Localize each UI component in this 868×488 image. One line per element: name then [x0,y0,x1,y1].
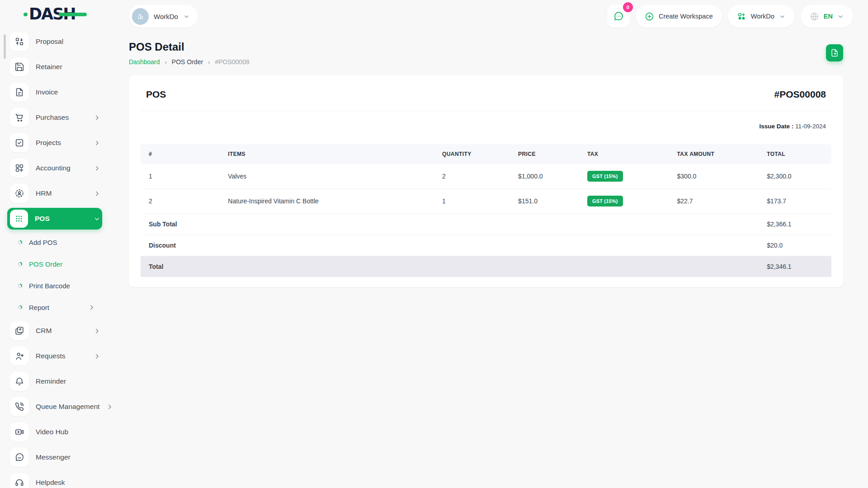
sidebar-item-crm[interactable]: CRM [7,318,102,343]
col-header-items: ITEMS [223,144,438,164]
workspace-switcher[interactable]: WorkDo [129,5,198,28]
sidebar-subitem-pos-order[interactable]: POS Order [7,253,102,275]
sidebar-item-label: Invoice [36,88,58,96]
issue-date-row: Issue Date : 11-09-2024 [141,111,831,144]
subtotal-row: Sub Total $2,366.1 [141,214,831,235]
sidebar-item-label: Purchases [36,113,69,122]
sidebar-item-requests[interactable]: Requests [7,343,102,369]
queue-management-icon [10,397,29,416]
discount-label: Discount [141,235,762,256]
messenger-icon [10,448,29,467]
breadcrumb-separator: › [165,59,167,66]
sidebar-item-queue-management[interactable]: Queue Management [7,394,102,419]
cell-item: Nature-Inspired Vitamin C Bottle [223,189,438,214]
sidebar-item-hrm[interactable]: HRM [7,181,102,206]
bullet-icon [18,240,22,244]
sidebar-item-label: Queue Management [36,403,99,411]
subtotal-value: $2,366.1 [762,214,831,235]
messages-button[interactable]: 0 [607,5,630,28]
pos-items-table: # ITEMS QUANTITY PRICE TAX TAX AMOUNT TO… [141,144,831,277]
retainer-icon [10,57,29,76]
cell-quantity: 2 [438,164,514,189]
file-export-icon [830,48,839,57]
sidebar-item-retainer[interactable]: Retainer [7,54,102,80]
logo[interactable]: DASH [0,0,108,28]
export-pos-button[interactable] [826,44,843,61]
sidebar-subitem-add-pos[interactable]: Add POS [7,231,102,253]
sidebar-item-invoice[interactable]: Invoice [7,80,102,105]
total-label: Total [141,256,762,277]
sidebar-item-label: Accounting [36,164,71,172]
app-menu-label: WorkDo [751,13,774,20]
breadcrumb: Dashboard › POS Order › #POS00008 [129,58,250,66]
subtotal-label: Sub Total [141,214,762,235]
cell-tax: GST (15%) [583,189,673,214]
cell-item: Valves [223,164,438,189]
sidebar-item-accounting[interactable]: Accounting [7,155,102,181]
sidebar-item-label: POS [35,215,50,223]
cell-total: $2,300.0 [762,164,831,189]
sidebar-item-purchases[interactable]: Purchases [7,105,102,130]
sidebar-item-pos[interactable]: POS [7,208,102,230]
col-header-index: # [141,144,223,164]
app-menu-button[interactable]: WorkDo [728,5,795,28]
logo-bar-icon [59,13,87,16]
plus-circle-icon [645,12,654,21]
sidebar-subitem-label: Print Barcode [29,282,70,290]
sidebar-subitem-print-barcode[interactable]: Print Barcode [7,275,102,296]
col-header-tax: TAX [583,144,673,164]
cell-total: $173.7 [762,189,831,214]
accounting-icon [10,159,29,178]
sidebar-item-label: Helpdesk [36,479,65,487]
discount-value: $20.0 [762,235,831,256]
sidebar-item-label: Proposal [36,38,63,46]
col-header-total: TOTAL [762,144,831,164]
sidebar-item-label: Video Hub [36,428,68,436]
sidebar-item-projects[interactable]: Projects [7,130,102,155]
pos-icon [10,210,28,228]
workspace-name: WorkDo [154,13,178,20]
sidebar: DASH Proposal Retainer Invoice Pur [0,0,108,488]
sidebar-item-label: HRM [36,189,52,197]
total-value: $2,346.1 [762,256,831,277]
sidebar-item-helpdesk[interactable]: Helpdesk [7,470,102,488]
sidebar-item-label: CRM [36,327,52,335]
sidebar-item-proposal[interactable]: Proposal [7,29,102,54]
sidebar-subitem-report[interactable]: Report [7,296,102,318]
create-workspace-button[interactable]: Create Workspace [636,5,722,28]
cell-tax-amount: $300.0 [673,164,763,189]
cell-quantity: 1 [438,189,514,214]
table-row: 2 Nature-Inspired Vitamin C Bottle 1 $15… [141,189,831,214]
sidebar-item-messenger[interactable]: Messenger [7,445,102,470]
sidebar-item-video-hub[interactable]: Video Hub [7,419,102,445]
chevron-down-icon [183,13,190,20]
topbar: WorkDo 0 Create Workspace WorkDo EN [108,0,868,33]
topbar-actions: 0 Create Workspace WorkDo EN [607,5,853,28]
breadcrumb-separator: › [208,59,210,66]
sidebar-item-reminder[interactable]: Reminder [7,369,102,394]
card-header: POS #POS00008 [141,89,831,111]
language-code: EN [824,13,833,20]
pos-detail-card: POS #POS00008 Issue Date : 11-09-2024 # … [129,75,843,287]
chevron-down-icon [779,13,786,20]
breadcrumb-dashboard-link[interactable]: Dashboard [129,58,160,66]
sidebar-item-label: Messenger [36,453,71,461]
helpdesk-icon [10,473,29,488]
chevron-right-icon [94,353,100,360]
notification-badge: 0 [623,2,633,12]
globe-icon [810,12,819,21]
language-selector[interactable]: EN [801,5,853,28]
chat-bubble-icon [613,11,624,22]
table-row: 1 Valves 2 $1,000.0 GST (15%) $300.0 $2,… [141,164,831,189]
requests-icon [10,347,29,366]
tax-badge: GST (15%) [587,171,623,182]
breadcrumb-pos-order: POS Order [172,58,203,66]
page-header: POS Detail Dashboard › POS Order › #POS0… [108,33,868,66]
sidebar-scrollbar[interactable] [4,34,6,59]
sidebar-subitem-label: Report [29,304,49,311]
reminder-icon [10,372,29,391]
chevron-right-icon [94,165,100,172]
crm-icon [10,321,29,340]
workspace-avatar [132,8,149,25]
cell-tax: GST (15%) [583,164,673,189]
